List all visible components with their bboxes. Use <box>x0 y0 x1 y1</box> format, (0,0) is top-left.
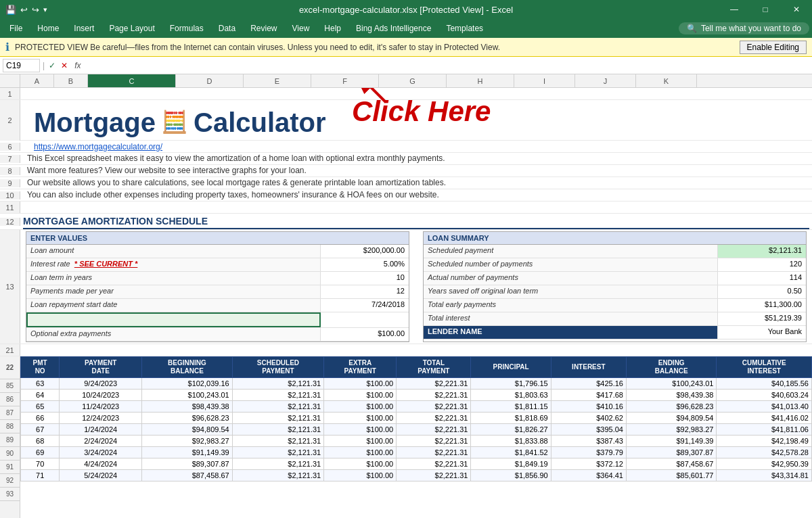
minimize-button[interactable]: — <box>719 0 750 19</box>
loan-term-value[interactable]: 10 <box>321 272 409 285</box>
row-7: 7 This Excel spreadsheet makes it easy t… <box>0 153 812 165</box>
table-cell: $387.43 <box>551 435 626 447</box>
years-saved-label: Years saved off original loan term <box>424 285 718 298</box>
scheduled-payment-row: Scheduled payment $2,121.31 <box>424 245 806 258</box>
table-cell: $2,121.31 <box>232 424 324 435</box>
table-row: 671/24/2024$94,809.54$2,121.31$100.00$2,… <box>21 424 812 435</box>
website-link[interactable]: https://www.mortgagecalculator.org/ <box>27 142 162 151</box>
start-date-value[interactable]: 7/24/2018 <box>321 299 409 312</box>
table-cell: $100.00 <box>324 470 397 481</box>
table-cell: 71 <box>21 470 60 481</box>
table-cell: $40,603.24 <box>717 390 812 401</box>
cancel-formula-icon[interactable]: ✕ <box>60 61 69 70</box>
loan-amount-value[interactable]: $200,000.00 <box>321 245 409 258</box>
table-header-row: PMTNO PAYMENTDATE BEGINNINGBALANCE SCHED… <box>21 357 812 378</box>
table-cell: $100.00 <box>324 435 397 447</box>
col-header-b[interactable]: B <box>54 74 88 87</box>
table-cell: $100.00 <box>324 458 397 470</box>
table-cell: $1,841.52 <box>471 447 551 458</box>
th-beginning-balance: BEGINNINGBALANCE <box>142 357 233 378</box>
table-cell: 64 <box>21 390 60 401</box>
title-calculator: Calculator <box>194 108 326 137</box>
menu-templates[interactable]: Templates <box>439 21 490 36</box>
close-button[interactable]: ✕ <box>781 0 812 19</box>
col-header-h[interactable]: H <box>447 74 514 87</box>
row-13-21: 13 ENTER VALUES Loan amount $200,000.00 … <box>0 230 812 344</box>
row-12: 12 MORTGAGE AMORTIZATION SCHEDULE <box>0 214 812 230</box>
scheduled-payment-label: Scheduled payment <box>424 245 718 258</box>
row-num-90: 90 <box>0 447 20 461</box>
check-icon[interactable]: ✓ <box>47 61 57 70</box>
start-date-label: Loan repayment start date <box>26 299 321 312</box>
table-cell: $1,818.69 <box>471 413 551 424</box>
cell-reference-input[interactable] <box>3 59 40 72</box>
col-header-e[interactable]: E <box>244 74 311 87</box>
table-cell: $2,221.31 <box>397 401 471 413</box>
table-section: 22 85 86 87 88 89 90 91 92 93 PMTNO PAYM… <box>0 356 812 518</box>
table-cell: 5/24/2024 <box>60 470 142 481</box>
menu-bing-ads[interactable]: Bing Ads Intelligence <box>349 21 438 36</box>
menu-data[interactable]: Data <box>212 21 242 36</box>
table-cell: $372.12 <box>551 458 626 470</box>
empty-row-19 <box>26 312 409 328</box>
row-num-10: 10 <box>0 191 20 199</box>
col-header-f[interactable]: F <box>311 74 379 87</box>
extra-payments-value[interactable]: $100.00 <box>321 328 409 341</box>
actual-num-row: Actual number of payments 114 <box>424 272 806 285</box>
col-header-j[interactable]: J <box>575 74 636 87</box>
save-icon[interactable]: 💾 <box>5 5 16 15</box>
menu-home[interactable]: Home <box>30 21 66 36</box>
table-cell: $2,121.31 <box>232 413 324 424</box>
enter-values-box: ENTER VALUES Loan amount $200,000.00 Int… <box>26 231 409 342</box>
table-cell: 10/24/2023 <box>60 390 142 401</box>
row-num-21: 21 <box>0 344 20 356</box>
col-header-k[interactable]: K <box>636 74 697 87</box>
scheduled-payment-value: $2,121.31 <box>718 245 806 258</box>
row-num-7: 7 <box>0 155 20 163</box>
table-cell: $1,833.88 <box>471 435 551 447</box>
interest-rate-value[interactable]: 5.00% <box>321 258 409 271</box>
table-cell: $87,458.67 <box>142 470 233 481</box>
two-col-layout: ENTER VALUES Loan amount $200,000.00 Int… <box>23 231 809 342</box>
total-interest-label: Total interest <box>424 312 718 325</box>
table-scroll-area[interactable]: PMTNO PAYMENTDATE BEGINNINGBALANCE SCHED… <box>20 356 812 518</box>
see-current-label[interactable]: * SEE CURRENT * <box>74 260 138 268</box>
spreadsheet: 1 2 Mortgage 🧮 Calculator <box>0 88 812 518</box>
row-num-88: 88 <box>0 420 20 433</box>
menu-insert[interactable]: Insert <box>67 21 101 36</box>
desc-1: This Excel spreadsheet makes it easy to … <box>20 154 445 163</box>
row-9: 9 Our website allows you to share calcul… <box>0 177 812 189</box>
lender-value[interactable]: Your Bank <box>718 326 806 339</box>
row-num-91: 91 <box>0 461 20 474</box>
table-row: 6410/24/2023$100,243.01$2,121.31$100.00$… <box>21 390 812 401</box>
table-cell: $100.00 <box>324 413 397 424</box>
table-cell: $85,601.77 <box>626 470 717 481</box>
undo-icon[interactable]: ↩ <box>20 5 28 15</box>
search-bar-text[interactable]: Tell me what you want to do <box>701 24 801 33</box>
input-cell-c19[interactable] <box>26 312 321 327</box>
lender-label: LENDER NAME <box>424 326 718 339</box>
menu-review[interactable]: Review <box>244 21 284 36</box>
menu-formulas[interactable]: Formulas <box>163 21 210 36</box>
loan-amount-row: Loan amount $200,000.00 <box>26 245 409 258</box>
col-header-c[interactable]: C <box>88 74 176 87</box>
menu-page-layout[interactable]: Page Layout <box>102 21 161 36</box>
table-row: 6612/24/2023$96,628.23$2,121.31$100.00$2… <box>21 413 812 424</box>
menu-view[interactable]: View <box>286 21 317 36</box>
extra-payments-label: Optional extra payments <box>26 328 321 341</box>
table-cell: $102,039.16 <box>142 378 233 390</box>
maximize-button[interactable]: □ <box>750 0 781 19</box>
col-header-g[interactable]: G <box>379 74 447 87</box>
redo-icon[interactable]: ↪ <box>32 5 39 15</box>
col-header-d[interactable]: D <box>176 74 244 87</box>
table-cell: $417.68 <box>551 390 626 401</box>
menu-help[interactable]: Help <box>317 21 348 36</box>
table-cell: 68 <box>21 435 60 447</box>
enable-editing-button[interactable]: Enable Editing <box>740 41 807 54</box>
desc-4: You can also include other expenses incl… <box>20 190 439 199</box>
col-header-i[interactable]: I <box>514 74 575 87</box>
table-cell: $364.41 <box>551 470 626 481</box>
col-header-a[interactable]: A <box>20 74 54 87</box>
menu-file[interactable]: File <box>3 21 29 36</box>
payments-per-year-value[interactable]: 12 <box>321 285 409 298</box>
